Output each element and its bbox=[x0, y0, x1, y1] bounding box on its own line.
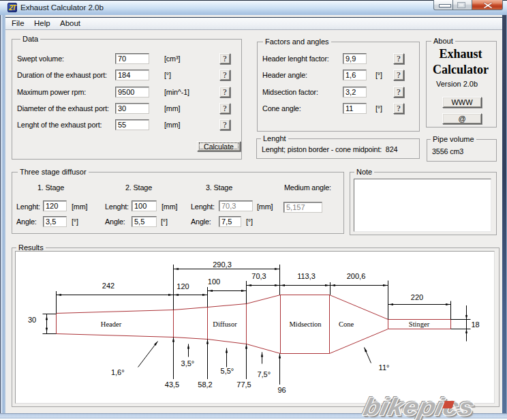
svg-text:113,3: 113,3 bbox=[297, 272, 316, 280]
svg-text:77,5: 77,5 bbox=[236, 380, 251, 389]
svg-text:Diffusor: Diffusor bbox=[213, 320, 237, 328]
svg-text:1,6°: 1,6° bbox=[111, 368, 125, 376]
svg-text:7,5°: 7,5° bbox=[257, 370, 271, 378]
svg-text:200,6: 200,6 bbox=[347, 272, 366, 280]
svg-text:43,5: 43,5 bbox=[165, 380, 179, 389]
svg-text:58,2: 58,2 bbox=[198, 380, 212, 389]
svg-text:5,5°: 5,5° bbox=[221, 367, 234, 375]
svg-text:30: 30 bbox=[28, 316, 36, 324]
svg-text:Stinger: Stinger bbox=[409, 320, 430, 328]
svg-text:70,3: 70,3 bbox=[251, 272, 266, 280]
svg-text:120: 120 bbox=[176, 282, 189, 290]
svg-text:18: 18 bbox=[472, 320, 480, 329]
svg-text:220: 220 bbox=[411, 293, 423, 301]
svg-text:290,3: 290,3 bbox=[213, 260, 232, 269]
svg-text:11°: 11° bbox=[379, 363, 390, 372]
svg-text:3,5°: 3,5° bbox=[181, 359, 195, 368]
svg-text:96: 96 bbox=[277, 386, 286, 394]
svg-text:100: 100 bbox=[208, 278, 220, 286]
svg-text:Midsection: Midsection bbox=[289, 320, 322, 328]
svg-text:242: 242 bbox=[102, 282, 114, 290]
svg-text:Cone: Cone bbox=[339, 320, 354, 328]
svg-text:Header: Header bbox=[101, 320, 122, 328]
